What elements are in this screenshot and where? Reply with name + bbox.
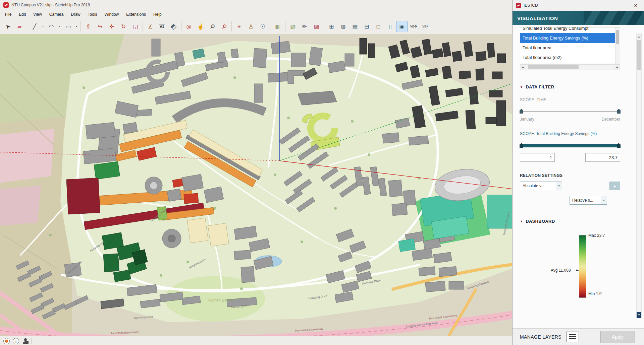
panel-footer: MANAGE LAYERS Apply xyxy=(513,328,644,345)
menu-extensions[interactable]: Extensions xyxy=(122,11,150,18)
arc-tool-icon: ◠ xyxy=(49,24,54,29)
menu-edit[interactable]: Edit xyxy=(15,11,30,18)
line-tool-button[interactable]: ╱ xyxy=(29,21,40,32)
position-camera-button[interactable]: ⌖ xyxy=(233,21,245,32)
scroll-up-arrow-icon[interactable]: ▲ xyxy=(637,34,641,39)
zoom-extents-button[interactable]: ⚲ xyxy=(218,21,230,32)
move-tool-button[interactable]: ✛ xyxy=(106,21,117,32)
toolbar-separator xyxy=(270,21,270,31)
ies-ve-settings-button[interactable]: VE⚙ xyxy=(408,21,419,32)
ies-grid-button[interactable]: ⊟ xyxy=(361,21,372,32)
variable-item[interactable]: Total floor area xyxy=(520,43,620,53)
ies-components-button[interactable]: ▤ xyxy=(349,21,361,32)
ies-box-button[interactable]: □ xyxy=(373,21,384,32)
scroll-left-arrow-icon[interactable]: ◄ xyxy=(520,65,526,70)
panel-scrollbar[interactable]: ▲ ▼ xyxy=(636,33,642,318)
info-status-icon[interactable]: i xyxy=(13,338,19,344)
hscroll-thumb[interactable] xyxy=(528,65,579,69)
menu-camera[interactable]: Camera xyxy=(46,11,67,18)
window-title: NTU Campus V21.skp - SketchUp Pro 2018 xyxy=(11,3,90,7)
report-page-icon: ▯ xyxy=(388,24,391,29)
absolute-values-dropdown[interactable]: Absolute v... ▼ xyxy=(520,182,562,190)
zoom-tool-button[interactable]: ⚲ xyxy=(207,21,218,32)
add-relation-button[interactable]: + xyxy=(609,182,620,190)
map-label: Yunnan Garden xyxy=(208,298,234,302)
account-status-icon[interactable] xyxy=(22,338,29,344)
menu-window[interactable]: Window xyxy=(101,11,123,18)
range-inputs xyxy=(520,153,620,162)
relation-row-2: Relative s... ▼ xyxy=(520,194,620,205)
menu-tools[interactable]: Tools xyxy=(84,11,101,18)
look-around-button[interactable]: ☉ xyxy=(257,21,268,32)
slider-track xyxy=(520,111,620,112)
slider-handle-min[interactable] xyxy=(520,109,523,114)
variable-list-hscrollbar[interactable]: ◄ ► xyxy=(520,64,620,70)
styles-edit-button[interactable]: ✏ xyxy=(299,21,310,32)
data-filter-title: DATA FILTER xyxy=(526,84,554,89)
menu-view[interactable]: View xyxy=(30,11,46,18)
follow-me-tool-button[interactable]: ↪ xyxy=(94,21,106,32)
ies-location-button[interactable]: ◍ xyxy=(337,21,349,32)
toolbar-separator xyxy=(143,21,143,31)
relative-scale-dropdown[interactable]: Relative s... ▼ xyxy=(570,196,607,205)
data-filter-section-header[interactable]: ▼ DATA FILTER xyxy=(520,84,620,89)
geolocation-status-icon[interactable] xyxy=(3,338,10,344)
toolbar-separator xyxy=(285,21,285,31)
scroll-down-arrow-icon[interactable]: ▼ xyxy=(637,312,641,318)
push-pull-tool-button[interactable]: ⇧ xyxy=(83,21,94,32)
variable-item-selected[interactable]: Total Building Energy Savings (%) xyxy=(520,33,620,43)
scrollbar-thumb[interactable] xyxy=(637,40,641,70)
value-range-slider[interactable] xyxy=(520,143,620,148)
section-plane-button[interactable]: ▥ xyxy=(272,21,283,32)
model-viewport[interactable]: Yunnan Garden Nanyang Drive Nanyang Driv… xyxy=(0,34,512,336)
pan-tool-icon: ☝ xyxy=(197,24,204,29)
scroll-right-arrow-icon[interactable]: ► xyxy=(614,65,620,70)
line-tool-menu-button[interactable]: ▾ xyxy=(41,21,45,32)
ies-ve-button[interactable]: VE+ xyxy=(420,21,431,32)
styles-face-button[interactable]: ▨ xyxy=(311,21,322,32)
dashboard-section-header[interactable]: ▼ DASHBOARD xyxy=(520,219,620,224)
sketchup-window: NTU Campus V21.skp - SketchUp Pro 2018 F… xyxy=(0,0,512,345)
time-range-slider[interactable] xyxy=(520,109,620,114)
ies-model-button[interactable]: ⊞ xyxy=(326,21,337,32)
slider-handle-max[interactable] xyxy=(617,109,621,114)
burger-bar xyxy=(569,336,576,337)
menu-file[interactable]: File xyxy=(1,11,15,18)
arc-tool-button[interactable]: ◠ xyxy=(46,21,57,32)
apply-button[interactable]: Apply xyxy=(600,331,635,343)
arc-tool-menu-button[interactable]: ▾ xyxy=(57,21,62,32)
globe-icon: ◍ xyxy=(341,24,346,29)
variable-list-scrollbar[interactable] xyxy=(615,27,620,64)
shapes-tool-menu-button[interactable]: ▾ xyxy=(74,21,79,32)
dashboard-title: DASHBOARD xyxy=(526,219,555,224)
burger-bar xyxy=(569,338,576,339)
toolbar-separator xyxy=(27,21,27,31)
walk-tool-button[interactable]: ♙ xyxy=(245,21,257,32)
ies-visualisation-button[interactable]: ▣ xyxy=(396,21,408,32)
rotate-tool-button[interactable]: ↻ xyxy=(118,21,129,32)
tape-measure-tool-button[interactable]: ∡ xyxy=(145,21,156,32)
range-max-input[interactable] xyxy=(585,153,620,162)
manage-layers-menu-button[interactable] xyxy=(566,332,579,342)
select-tool-button[interactable]: ➤ xyxy=(2,21,13,32)
panel-close-button[interactable]: ✕ xyxy=(631,1,641,10)
section-fill-button[interactable]: ▧ xyxy=(287,21,299,32)
variable-item[interactable]: Total floor area (m2) xyxy=(520,53,620,62)
grid-icon: ⊟ xyxy=(364,24,369,29)
orbit-tool-button[interactable]: ◎ xyxy=(183,21,195,32)
paint-bucket-tool-button[interactable]: ◧ xyxy=(168,21,179,32)
ies-report-button[interactable]: ▯ xyxy=(384,21,396,32)
toolbar-separator xyxy=(231,21,232,31)
offset-tool-button[interactable]: ◱ xyxy=(129,21,141,32)
menu-draw[interactable]: Draw xyxy=(67,11,84,18)
eraser-tool-button[interactable]: ▰ xyxy=(14,21,25,32)
pan-tool-button[interactable]: ☝ xyxy=(195,21,206,32)
range-min-input[interactable] xyxy=(520,153,555,162)
text-tool-button[interactable]: A1 xyxy=(156,21,168,32)
scrollbar-thumb[interactable] xyxy=(616,30,619,44)
variable-item[interactable]: Simulated Total Energy Consumpt xyxy=(520,27,620,33)
hscroll-track[interactable] xyxy=(526,65,614,70)
menu-help[interactable]: Help xyxy=(150,11,165,18)
eraser-tool-icon: ▰ xyxy=(17,24,21,29)
shapes-tool-button[interactable]: ▭ xyxy=(62,21,74,32)
